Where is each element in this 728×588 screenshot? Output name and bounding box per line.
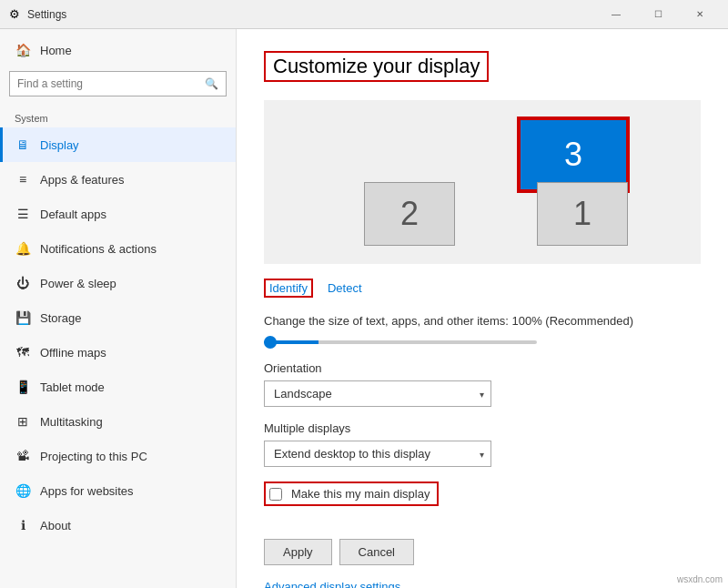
orientation-dropdown-wrapper: Landscape Portrait Landscape (flipped) P… xyxy=(264,380,491,407)
sidebar-item-multitasking[interactable]: ⊞ Multitasking xyxy=(0,404,236,439)
scale-label: Change the size of text, apps, and other… xyxy=(264,314,701,328)
orientation-select[interactable]: Landscape Portrait Landscape (flipped) P… xyxy=(264,380,491,407)
sidebar-item-offline-maps[interactable]: 🗺 Offline maps xyxy=(0,335,236,370)
sidebar-item-storage[interactable]: 💾 Storage xyxy=(0,300,236,335)
storage-icon: 💾 xyxy=(15,309,31,326)
sidebar-item-power-sleep[interactable]: ⏻ Power & sleep xyxy=(0,266,236,300)
sidebar-item-apps-features[interactable]: ≡ Apps & features xyxy=(0,162,236,197)
main-content: Customize your display 3 2 1 Identify De… xyxy=(237,29,728,588)
sidebar-item-maps-label: Offline maps xyxy=(40,346,106,360)
multiple-displays-select[interactable]: Extend desktop to this display Duplicate… xyxy=(264,441,491,467)
sidebar-item-storage-label: Storage xyxy=(40,311,82,325)
minimize-button[interactable]: — xyxy=(595,0,637,29)
advanced-display-link[interactable]: Advanced display settings xyxy=(264,580,400,588)
app-body: 🏠 Home 🔍 System 🖥 Display ≡ Apps & featu… xyxy=(0,29,728,588)
scale-slider-container xyxy=(264,333,537,347)
default-apps-icon: ☰ xyxy=(15,206,31,222)
make-main-label-wrapper[interactable]: Make this my main display xyxy=(264,482,439,506)
detect-button[interactable]: Detect xyxy=(328,281,362,295)
sidebar-item-apps-websites[interactable]: 🌐 Apps for websites xyxy=(0,473,236,508)
sidebar-item-projecting[interactable]: 📽 Projecting to this PC xyxy=(0,439,236,473)
sidebar-item-multitasking-label: Multitasking xyxy=(40,415,103,429)
display-icon: 🖥 xyxy=(15,137,31,153)
multiple-displays-dropdown-wrapper: Extend desktop to this display Duplicate… xyxy=(264,441,491,467)
make-main-row: Make this my main display xyxy=(264,482,701,522)
monitor-1[interactable]: 1 xyxy=(537,182,628,246)
scale-setting: Change the size of text, apps, and other… xyxy=(264,314,701,347)
sidebar-item-display[interactable]: 🖥 Display xyxy=(0,127,236,162)
about-icon: ℹ xyxy=(15,517,31,533)
sidebar-home-item[interactable]: 🏠 Home xyxy=(0,29,236,71)
sidebar-item-notifications-label: Notifications & actions xyxy=(40,242,157,256)
make-main-label: Make this my main display xyxy=(291,487,430,501)
notifications-icon: 🔔 xyxy=(15,240,31,257)
sidebar-item-about-label: About xyxy=(40,519,71,532)
sidebar-item-apps-features-label: Apps & features xyxy=(40,173,125,187)
apply-button[interactable]: Apply xyxy=(264,539,332,565)
action-buttons: Apply Cancel xyxy=(264,539,701,565)
sidebar-section-label: System xyxy=(0,106,236,127)
sidebar-item-power-label: Power & sleep xyxy=(40,277,116,290)
make-main-checkbox[interactable] xyxy=(269,488,282,501)
sidebar-item-display-label: Display xyxy=(40,138,79,152)
sidebar-item-tablet-mode[interactable]: 📱 Tablet mode xyxy=(0,370,236,404)
cancel-button[interactable]: Cancel xyxy=(339,539,414,565)
monitor-arrangement: 3 2 1 xyxy=(337,118,628,246)
monitor-3[interactable]: 3 xyxy=(519,118,628,191)
search-icon: 🔍 xyxy=(197,72,226,96)
multiple-displays-setting: Multiple displays Extend desktop to this… xyxy=(264,421,701,467)
orientation-label: Orientation xyxy=(264,361,701,375)
sidebar-item-default-apps[interactable]: ☰ Default apps xyxy=(0,197,236,231)
web-icon: 🌐 xyxy=(15,482,31,499)
display-preview: 3 2 1 xyxy=(264,100,701,264)
sidebar-home-label: Home xyxy=(40,44,72,57)
orientation-setting: Orientation Landscape Portrait Landscape… xyxy=(264,361,701,407)
home-icon: 🏠 xyxy=(15,42,31,58)
tablet-icon: 📱 xyxy=(15,379,31,395)
sidebar-item-notifications[interactable]: 🔔 Notifications & actions xyxy=(0,231,236,266)
settings-icon: ⚙ xyxy=(7,7,22,22)
sidebar: 🏠 Home 🔍 System 🖥 Display ≡ Apps & featu… xyxy=(0,29,237,588)
titlebar: ⚙ Settings — ☐ ✕ xyxy=(0,0,728,29)
sidebar-search-box[interactable]: 🔍 xyxy=(9,71,227,96)
maps-icon: 🗺 xyxy=(15,344,31,360)
apps-features-icon: ≡ xyxy=(15,171,31,188)
identify-detect-row: Identify Detect xyxy=(264,279,701,298)
multiple-displays-label: Multiple displays xyxy=(264,421,701,435)
scale-slider[interactable] xyxy=(264,340,537,344)
page-title: Customize your display xyxy=(264,51,489,82)
close-button[interactable]: ✕ xyxy=(679,0,721,29)
sidebar-item-projecting-label: Projecting to this PC xyxy=(40,450,147,463)
maximize-button[interactable]: ☐ xyxy=(637,0,679,29)
power-icon: ⏻ xyxy=(15,275,31,291)
projecting-icon: 📽 xyxy=(15,448,31,464)
sidebar-item-apps-websites-label: Apps for websites xyxy=(40,484,134,498)
titlebar-controls: — ☐ ✕ xyxy=(595,0,721,29)
titlebar-title: Settings xyxy=(27,8,66,21)
sidebar-item-default-apps-label: Default apps xyxy=(40,208,106,221)
titlebar-left: ⚙ Settings xyxy=(7,7,66,22)
search-input[interactable] xyxy=(10,72,197,96)
watermark: wsxdn.com xyxy=(677,574,723,584)
monitor-2[interactable]: 2 xyxy=(364,182,455,246)
identify-button[interactable]: Identify xyxy=(264,279,313,298)
sidebar-item-about[interactable]: ℹ About xyxy=(0,508,236,542)
sidebar-item-tablet-label: Tablet mode xyxy=(40,380,105,394)
multitasking-icon: ⊞ xyxy=(15,413,31,430)
